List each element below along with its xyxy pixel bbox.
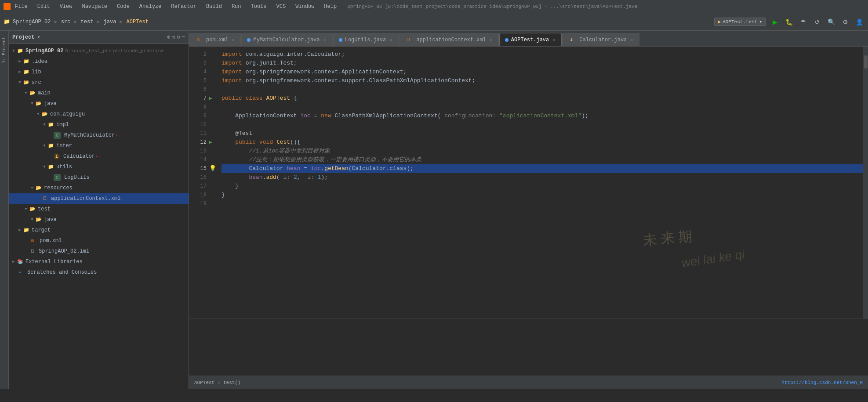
project-tab-label[interactable]: 1: Project xyxy=(2,37,7,63)
tab-aoptest-close[interactable]: ✕ xyxy=(552,37,556,43)
arrow-indicator-calculator: ← xyxy=(96,152,100,161)
gutter-17 xyxy=(209,182,217,191)
line-13: 13 xyxy=(189,147,207,156)
tree-item-target[interactable]: ▶ 📁 target xyxy=(9,225,189,235)
menu-help[interactable]: Help xyxy=(322,3,338,11)
status-url[interactable]: https://blog.csdn.net/Shen_R xyxy=(781,380,863,385)
tree-item-java-test[interactable]: ▼ 📂 java xyxy=(9,214,189,225)
code-line-5: import org.springframework.context.suppo… xyxy=(222,76,863,85)
gutter-8 xyxy=(209,103,217,112)
menu-edit[interactable]: Edit xyxy=(36,3,52,11)
line-5: 5 xyxy=(189,76,207,85)
gutter-15-bulb[interactable]: 💡 xyxy=(209,164,217,173)
main-layout: 1: Project Project ▾ ⊕ ⇅ ⚙ — ▼ 📁 SpringA… xyxy=(0,31,868,389)
tree-item-idea[interactable]: ▶ 📁 .idea xyxy=(9,56,189,67)
gutter-markers: ▶ ▶ 💡 xyxy=(209,47,217,319)
code-editor[interactable]: import com.atguigu.inter.Calculator; imp… xyxy=(217,47,863,319)
panel-locate-icon[interactable]: ⊕ xyxy=(167,34,170,40)
tab-mymathcalculator-close[interactable]: ✕ xyxy=(323,37,327,43)
menu-navigate[interactable]: Navigate xyxy=(80,3,109,11)
search-button[interactable]: 🔍 xyxy=(826,17,836,27)
code-line-9: ApplicationContext ioc = new ClassPathXm… xyxy=(222,112,863,120)
tree-item-resources[interactable]: ▼ 📂 resources xyxy=(9,183,189,193)
tab-pom[interactable]: m pom.xml ✕ xyxy=(189,33,241,46)
tree-label-mymathcalculator: MyMathCalculator xyxy=(64,131,115,140)
toolbar: 📁 SpringAOP_02 ▶ src ▶ test ▶ java ▶ AOP… xyxy=(0,13,868,31)
tree-label-pom: pom.xml xyxy=(40,236,62,245)
panel-sort-icon[interactable]: ⇅ xyxy=(172,34,175,40)
tree-item-src[interactable]: ▼ 📂 src xyxy=(9,77,189,88)
menu-run[interactable]: Run xyxy=(230,3,243,11)
menu-code[interactable]: Code xyxy=(115,3,131,11)
status-bar: AOPTest › test() https://blog.csdn.net/S… xyxy=(189,376,868,389)
tree-label-main: main xyxy=(38,89,51,98)
code-line-18: } xyxy=(222,191,863,199)
tree-item-com-atguigu[interactable]: ▼ 📂 com.atguigu xyxy=(9,109,189,120)
panel-toggle[interactable]: ▾ xyxy=(37,34,40,40)
menu-refactor[interactable]: Refactor xyxy=(169,3,198,11)
user-icon[interactable]: 👤 xyxy=(854,17,864,27)
tab-appcontext[interactable]: 🗋 applicationContext.xml ✕ xyxy=(399,33,498,46)
tree-item-main[interactable]: ▼ 📂 main xyxy=(9,88,189,98)
tree-item-ext-libs[interactable]: ▶ 📚 External Libraries xyxy=(9,257,189,267)
sep2: ▶ xyxy=(74,18,77,25)
menu-tools[interactable]: Tools xyxy=(249,3,269,11)
tab-pom-close[interactable]: ✕ xyxy=(231,37,235,43)
tab-logutils[interactable]: LogUtils.java ✕ xyxy=(333,33,399,46)
tree-item-utils[interactable]: ▼ 📁 utils xyxy=(9,162,189,172)
reload-button[interactable]: ↺ xyxy=(812,17,822,27)
tree-item-iml[interactable]: 🗋 SpringAOP_02.iml xyxy=(9,246,189,257)
code-line-11: @Test xyxy=(222,129,863,138)
menu-file[interactable]: File xyxy=(13,3,29,11)
debug-button[interactable]: 🐛 xyxy=(784,17,794,27)
tree-item-applicationcontext[interactable]: 🗋 applicationContext.xml xyxy=(9,193,189,204)
sep4: ▶ xyxy=(120,18,123,25)
tree-arrow-test: ▼ xyxy=(23,205,29,214)
settings-icon[interactable]: ⚙ xyxy=(840,17,850,27)
tree-label-java-main: java xyxy=(44,99,57,108)
menu-analyze[interactable]: Analyze xyxy=(138,3,163,11)
tree-item-test[interactable]: ▼ 📂 test xyxy=(9,204,189,214)
menu-window[interactable]: Window xyxy=(294,3,316,11)
tree-item-mymathcalculator[interactable]: C MyMathCalculator ← xyxy=(9,130,189,141)
right-scrollbar[interactable] xyxy=(863,47,868,319)
tab-calculator[interactable]: I Calculator.java ✕ xyxy=(562,33,639,46)
tab-appcontext-close[interactable]: ✕ xyxy=(489,37,493,43)
tab-aoptest[interactable]: AOPTest.java ✕ xyxy=(499,33,562,46)
xml-file-icon: 🗋 xyxy=(41,195,48,202)
menu-bar: File Edit View Navigate Code Analyze Ref… xyxy=(13,3,338,11)
panel-close-icon[interactable]: — xyxy=(182,34,185,40)
tree-item-impl[interactable]: ▼ 📁 impl xyxy=(9,120,189,130)
run-config[interactable]: ▶ AOPTest.test ▾ xyxy=(714,18,766,26)
tree-item-logutils[interactable]: C LogUtils xyxy=(9,172,189,183)
menu-vcs[interactable]: VCS xyxy=(275,3,288,11)
code-line-13: //1.从ioc容器中拿到目标对象 xyxy=(222,147,863,156)
logutils-icon: C xyxy=(54,174,61,181)
panel-gear-icon[interactable]: ⚙ xyxy=(177,34,180,40)
line-numbers: 2 3 4 5 6 7 8 9 10 11 12 13 14 15 16 17 … xyxy=(189,47,209,319)
tree-item-inter[interactable]: ▼ 📁 inter xyxy=(9,141,189,151)
coverage-button[interactable]: ☂ xyxy=(798,17,808,27)
tree-item-pom[interactable]: m pom.xml xyxy=(9,235,189,246)
tab-logutils-close[interactable]: ✕ xyxy=(389,37,393,43)
panel-header: Project ▾ ⊕ ⇅ ⚙ — xyxy=(9,31,189,44)
calculator-icon: I xyxy=(54,153,60,159)
tree-item-lib[interactable]: ▶ 📁 lib xyxy=(9,67,189,77)
tree-item-calculator[interactable]: I Calculator ← xyxy=(9,151,189,162)
tab-mymathcalculator[interactable]: MyMathCalculator.java ✕ xyxy=(241,33,332,46)
tab-calculator-close[interactable]: ✕ xyxy=(629,37,634,43)
gutter-12-run[interactable]: ▶ xyxy=(209,138,217,147)
test-folder-icon: 📂 xyxy=(29,206,36,213)
tree-item-scratches[interactable]: ✏ Scratches and Consoles xyxy=(9,267,189,278)
tree-arrow-utils: ▼ xyxy=(41,163,47,171)
menu-view[interactable]: View xyxy=(58,3,74,11)
pom-icon: m xyxy=(29,237,36,244)
tree-label-ext-libs: External Libraries xyxy=(25,257,83,266)
tree-item-java-main[interactable]: ▼ 📂 java xyxy=(9,98,189,109)
breadcrumb-aoptest: AOPTest xyxy=(127,19,149,25)
ext-libs-icon: 📚 xyxy=(17,258,24,265)
tree-item-root[interactable]: ▼ 📁 SpringAOP_02 D:\code_test_project\co… xyxy=(9,46,189,56)
gutter-7-run[interactable]: ▶ xyxy=(209,94,217,103)
run-button[interactable]: ▶ xyxy=(770,17,780,27)
menu-build[interactable]: Build xyxy=(204,3,224,11)
